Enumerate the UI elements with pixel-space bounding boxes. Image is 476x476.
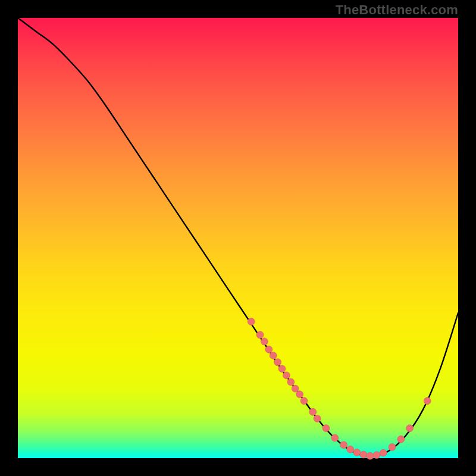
curve-marker xyxy=(309,408,317,415)
curve-marker xyxy=(424,397,431,405)
curve-marker xyxy=(373,452,380,459)
curve-marker xyxy=(278,365,286,372)
curve-marker xyxy=(256,331,264,339)
curve-marker xyxy=(347,446,354,453)
curve-marker xyxy=(296,391,303,398)
chart-overlay xyxy=(18,18,458,458)
chart-stage: TheBottleneck.com xyxy=(0,0,476,476)
curve-marker xyxy=(367,452,374,459)
curve-marker xyxy=(331,434,339,441)
curve-marker xyxy=(265,346,273,353)
curve-marker xyxy=(248,318,255,325)
curve-marker xyxy=(389,444,396,451)
curve-markers xyxy=(248,318,431,460)
curve-marker xyxy=(287,378,295,386)
curve-marker xyxy=(353,449,361,456)
watermark-text: TheBottleneck.com xyxy=(336,2,458,18)
curve-marker xyxy=(406,425,414,432)
curve-marker xyxy=(380,449,387,456)
curve-marker xyxy=(270,352,277,359)
curve-marker xyxy=(274,359,281,366)
curve-marker xyxy=(397,436,405,443)
curve-marker xyxy=(322,425,330,432)
curve-marker xyxy=(340,441,347,449)
curve-marker xyxy=(314,415,321,422)
curve-marker xyxy=(360,451,367,458)
curve-marker xyxy=(261,338,268,345)
bottleneck-curve xyxy=(18,18,458,456)
curve-marker xyxy=(283,372,290,379)
curve-marker xyxy=(300,397,308,405)
